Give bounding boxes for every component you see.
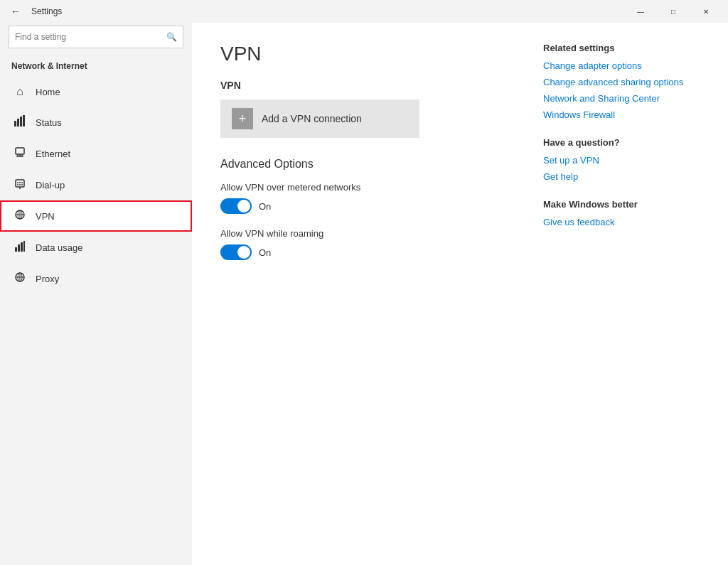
add-vpn-button[interactable]: + Add a VPN connection <box>220 99 419 138</box>
svg-rect-1 <box>17 119 19 127</box>
toggle-roaming-row: On <box>220 244 529 260</box>
svg-rect-3 <box>23 115 25 127</box>
link-get-help[interactable]: Get help <box>543 171 700 182</box>
link-sharing-center[interactable]: Network and Sharing Center <box>543 93 700 104</box>
make-better-section: Make Windows better Give us feedback <box>543 199 700 227</box>
sidebar-item-vpn-label: VPN <box>36 211 55 222</box>
sidebar-section-label: Network & Internet <box>0 57 192 77</box>
sidebar-item-status[interactable]: Status <box>0 107 192 138</box>
sidebar-item-proxy[interactable]: Proxy <box>0 263 192 294</box>
data-usage-icon <box>13 240 27 254</box>
link-advanced-sharing[interactable]: Change advanced sharing options <box>543 77 700 87</box>
minimize-button[interactable]: — <box>624 0 657 23</box>
svg-rect-23 <box>21 242 23 252</box>
link-windows-firewall[interactable]: Windows Firewall <box>543 109 700 120</box>
toggle-metered-state: On <box>259 201 271 212</box>
add-vpn-label: Add a VPN connection <box>262 113 362 124</box>
toggle-metered-row: On <box>220 198 529 214</box>
vpn-icon <box>13 209 27 223</box>
sidebar-item-data-usage[interactable]: Data usage <box>0 232 192 263</box>
svg-point-14 <box>17 184 18 185</box>
svg-rect-24 <box>23 241 25 252</box>
option-metered-label: Allow VPN over metered networks <box>220 182 529 193</box>
sidebar-item-home[interactable]: ⌂ Home <box>0 77 192 107</box>
svg-point-12 <box>19 182 21 183</box>
sidebar-item-dialup-label: Dial-up <box>36 180 65 190</box>
titlebar-title: Settings <box>31 6 62 16</box>
sidebar-item-status-label: Status <box>36 117 62 128</box>
link-setup-vpn[interactable]: Set up a VPN <box>543 155 700 166</box>
status-icon <box>13 115 27 129</box>
home-icon: ⌂ <box>13 85 27 98</box>
plus-icon: + <box>232 108 253 129</box>
svg-point-11 <box>17 182 18 183</box>
sidebar-item-proxy-label: Proxy <box>36 274 59 284</box>
proxy-icon <box>13 271 27 286</box>
have-question-title: Have a question? <box>543 137 700 148</box>
toggle-metered[interactable] <box>220 198 252 214</box>
main-panel: VPN VPN + Add a VPN connection Advanced … <box>220 43 529 545</box>
sidebar-item-ethernet-label: Ethernet <box>36 149 70 159</box>
svg-rect-0 <box>14 121 16 127</box>
related-settings-title: Related settings <box>543 43 700 53</box>
option-metered: Allow VPN over metered networks On <box>220 182 529 214</box>
search-box[interactable]: 🔍 <box>9 26 183 48</box>
search-icon: 🔍 <box>166 32 177 42</box>
back-button[interactable]: ← <box>6 1 26 21</box>
vpn-section-title: VPN <box>220 80 529 91</box>
make-better-title: Make Windows better <box>543 199 700 210</box>
advanced-options-title: Advanced Options <box>220 158 529 171</box>
content-area: VPN VPN + Add a VPN connection Advanced … <box>192 23 728 565</box>
svg-rect-22 <box>18 244 20 252</box>
svg-point-13 <box>21 182 23 183</box>
svg-rect-21 <box>15 247 17 252</box>
option-roaming-label: Allow VPN while roaming <box>220 228 529 239</box>
svg-rect-2 <box>20 117 22 127</box>
sidebar-item-data-usage-label: Data usage <box>36 242 83 253</box>
toggle-roaming[interactable] <box>220 244 252 260</box>
side-panel: Related settings Change adapter options … <box>529 43 700 545</box>
ethernet-icon <box>13 146 27 161</box>
svg-point-16 <box>21 184 23 185</box>
sidebar-item-dialup[interactable]: Dial-up <box>0 169 192 200</box>
svg-point-15 <box>19 184 21 185</box>
page-title: VPN <box>220 43 529 65</box>
sidebar-item-ethernet[interactable]: Ethernet <box>0 138 192 169</box>
link-feedback[interactable]: Give us feedback <box>543 217 700 227</box>
titlebar-left: ← Settings <box>6 1 62 21</box>
app-body: 🔍 Network & Internet ⌂ Home Status <box>0 23 728 565</box>
link-adapter-options[interactable]: Change adapter options <box>543 60 700 71</box>
maximize-button[interactable]: □ <box>657 0 690 23</box>
toggle-roaming-state: On <box>259 247 271 258</box>
dialup-icon <box>13 178 27 192</box>
close-button[interactable]: ✕ <box>690 0 722 23</box>
svg-rect-4 <box>16 148 24 154</box>
search-input[interactable] <box>15 32 166 42</box>
sidebar-item-home-label: Home <box>36 87 60 97</box>
sidebar-item-vpn[interactable]: VPN <box>0 200 192 232</box>
option-roaming: Allow VPN while roaming On <box>220 228 529 260</box>
titlebar: ← Settings — □ ✕ <box>0 0 728 23</box>
have-question-section: Have a question? Set up a VPN Get help <box>543 137 700 182</box>
sidebar: 🔍 Network & Internet ⌂ Home Status <box>0 23 192 565</box>
titlebar-controls: — □ ✕ <box>624 0 722 23</box>
